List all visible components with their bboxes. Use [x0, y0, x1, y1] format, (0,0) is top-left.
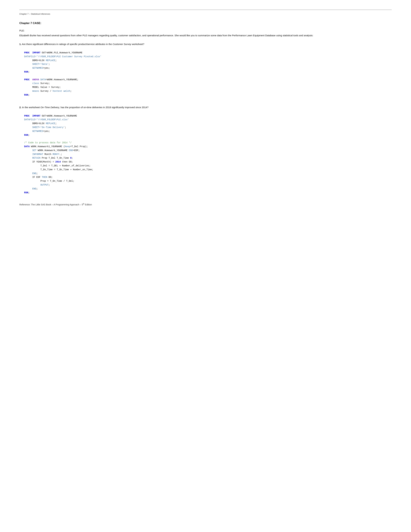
question-2-text: 2. In the worksheet On-Time Delivery, ha…: [19, 105, 392, 109]
footer-end: Edition: [84, 203, 92, 206]
question-2-block: 2. In the worksheet On-Time Delivery, ha…: [19, 105, 392, 197]
intro-section: PLE: Elizabeth Burke has received severa…: [19, 29, 392, 38]
question-2-number: 2.: [19, 106, 21, 109]
question-2-body: In the worksheet On-Time Delivery, has t…: [21, 106, 149, 109]
question-1-block: 1. Are there significant differences in …: [19, 42, 392, 99]
intro-text: Elizabeth Burke has received several que…: [19, 34, 392, 38]
footer-text: Reference: The Little SAS Book – A Progr…: [19, 203, 83, 206]
question-1-number: 1.: [19, 43, 21, 46]
code-block-2: PROC IMPORT OUT=WORK.Homework_YOURNAME D…: [19, 112, 392, 197]
intro-label: PLE:: [19, 29, 392, 33]
code-block-1: PROC IMPORT OUT=WORK.PLE_Homework_YOURNA…: [19, 49, 392, 99]
footer-reference: Reference: The Little SAS Book – A Progr…: [19, 203, 392, 206]
chapter-header: Chapter 7 – Statistical Inferences: [19, 13, 392, 15]
question-1-text: 1. Are there significant differences in …: [19, 42, 392, 46]
question-1-body: Are there significant differences in rat…: [21, 43, 144, 46]
chapter-title: Chapter 7 CASE:: [19, 22, 392, 25]
